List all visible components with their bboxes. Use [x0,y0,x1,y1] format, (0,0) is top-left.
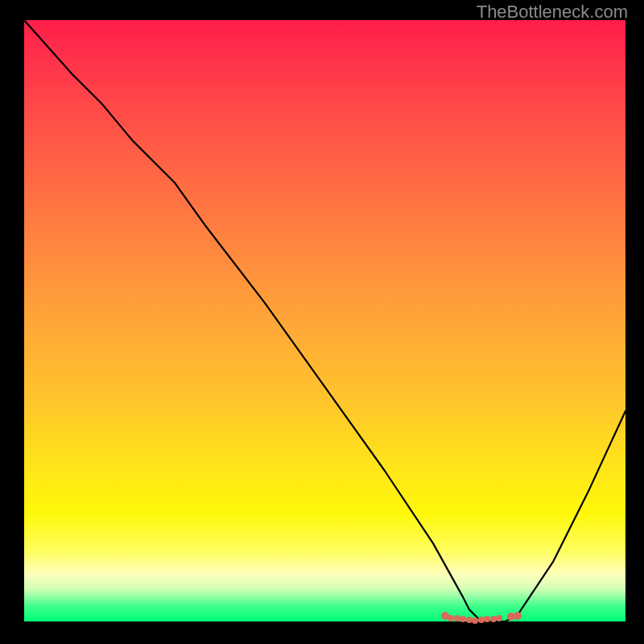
marker-point [514,612,522,620]
markers-layer [24,20,625,621]
marker-point [496,615,502,621]
plot-area [24,20,625,621]
watermark-text: TheBottleneck.com [477,2,628,23]
chart-container: TheBottleneck.com [0,0,644,644]
